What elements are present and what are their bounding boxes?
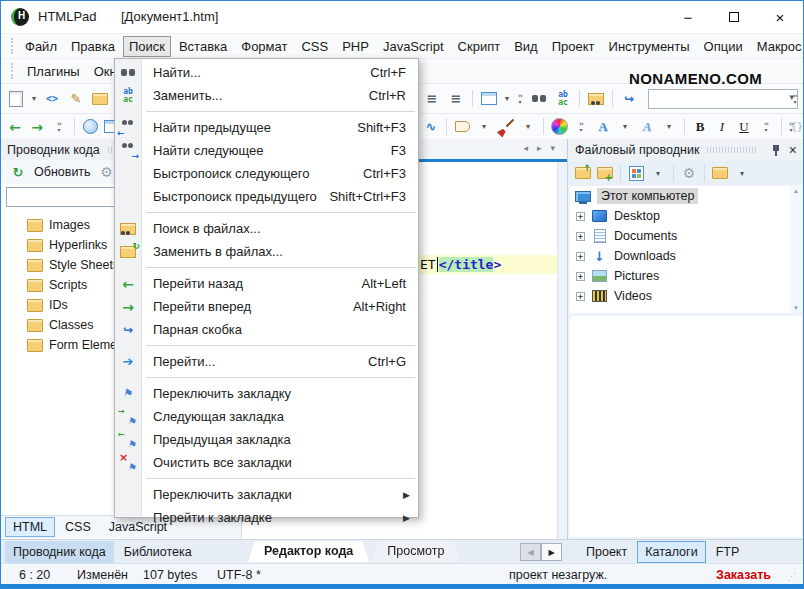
menu-item-18[interactable]: Следующая закладка <box>115 405 418 428</box>
indent-icon[interactable] <box>445 88 467 110</box>
tab-scroll-right-icon[interactable]: ▸ <box>537 143 542 153</box>
caret-icon[interactable] <box>732 163 752 183</box>
maximize-button[interactable] <box>711 1 757 33</box>
scroll-down-icon[interactable]: ▼ <box>793 305 799 311</box>
refresh-label[interactable]: Обновить <box>34 165 91 179</box>
font-a-icon[interactable] <box>593 117 613 137</box>
binoculars-icon[interactable] <box>528 88 550 110</box>
tag-icon[interactable] <box>452 117 472 137</box>
overflow-icon[interactable] <box>514 88 526 110</box>
tab-FTP[interactable]: FTP <box>708 541 748 563</box>
tab-Библиотека[interactable]: Библиотека <box>116 541 200 563</box>
caret-icon[interactable] <box>518 117 538 137</box>
tab-scroll-left-icon[interactable]: ◂ <box>523 143 528 153</box>
doc-next-button[interactable]: ▶ <box>541 543 562 561</box>
menu-item-3[interactable]: Найти предыдущееShift+F3 <box>115 116 418 139</box>
panel-close-icon[interactable]: × <box>789 142 797 158</box>
broom-icon[interactable] <box>496 117 516 137</box>
menu-item-6[interactable]: Быстропоиск предыдущегоShift+Ctrl+F3 <box>115 185 418 208</box>
menu-item-8[interactable]: Поиск в файлах... <box>115 217 418 240</box>
menu-Макрос[interactable]: Макрос <box>751 36 804 57</box>
minimize-button[interactable]: − <box>665 1 711 33</box>
order-link[interactable]: Заказать <box>716 568 771 582</box>
menu-Инструменты[interactable]: Инструменты <box>603 36 696 57</box>
doc-prev-button[interactable]: ◀ <box>520 543 541 561</box>
resize-grip[interactable]: ⋰ <box>787 571 797 582</box>
menu-Правка[interactable]: Правка <box>65 36 121 57</box>
tree-item-videos[interactable]: +Videos <box>570 286 802 306</box>
menu-item-11[interactable]: Перейти назадAlt+Left <box>115 272 418 295</box>
gear-icon[interactable] <box>679 163 699 183</box>
menu-Файл[interactable]: Файл <box>19 36 63 57</box>
close-button[interactable]: × <box>757 1 803 33</box>
folder-icon[interactable] <box>710 163 730 183</box>
menu-Плагины[interactable]: Плагины <box>21 61 86 82</box>
menu-JavaScript[interactable]: JavaScript <box>377 36 450 57</box>
bold-icon[interactable] <box>690 117 710 137</box>
go-forward-icon[interactable] <box>27 117 47 137</box>
tab-list-icon[interactable]: ▾ <box>550 143 555 153</box>
menu-Вид[interactable]: Вид <box>508 36 544 57</box>
overflow-icon[interactable] <box>571 117 591 137</box>
menu-item-23[interactable]: Перейти к закладке▶ <box>115 506 418 529</box>
frames-icon[interactable] <box>478 88 500 110</box>
font-a2-icon[interactable] <box>637 117 657 137</box>
folder-plus-icon[interactable] <box>595 163 615 183</box>
menu-Проект[interactable]: Проект <box>546 36 601 57</box>
tree-item-desktop[interactable]: +Desktop <box>570 206 802 226</box>
toolbar-overflow-icon[interactable] <box>781 117 801 137</box>
menu-item-20[interactable]: Очистить все закладки <box>115 451 418 474</box>
editor-scrollbar[interactable] <box>557 162 567 539</box>
view-grid-icon[interactable] <box>626 163 646 183</box>
tab-Проект[interactable]: Проект <box>578 541 635 563</box>
expander-icon[interactable]: + <box>576 232 585 241</box>
tree-item-downloads[interactable]: +Downloads <box>570 246 802 266</box>
file-list-container[interactable] <box>570 316 802 537</box>
menu-Вставка[interactable]: Вставка <box>173 36 233 57</box>
menu-item-9[interactable]: Заменить в файлах... <box>115 240 418 263</box>
menu-item-1[interactable]: Заменить...Ctrl+R <box>115 84 418 107</box>
outdent-icon[interactable] <box>421 88 443 110</box>
new-page-icon[interactable] <box>5 88 27 110</box>
menu-item-13[interactable]: Парная скобка <box>115 318 418 341</box>
overflow-icon[interactable] <box>49 117 69 137</box>
refresh-icon[interactable] <box>7 161 29 183</box>
expander-icon[interactable]: + <box>576 212 585 221</box>
script-icon[interactable] <box>421 117 441 137</box>
expander-icon[interactable]: + <box>576 252 585 261</box>
caret-icon[interactable] <box>29 88 39 110</box>
menu-Скрипт[interactable]: Скрипт <box>452 36 507 57</box>
folder-up-icon[interactable] <box>573 163 593 183</box>
caret-icon[interactable] <box>648 163 668 183</box>
menu-item-19[interactable]: Предыдущая закладка <box>115 428 418 451</box>
edit-pencil-icon[interactable] <box>65 88 87 110</box>
menu-item-12[interactable]: Перейти впередAlt+Right <box>115 295 418 318</box>
menu-item-5[interactable]: Быстропоиск следующегоCtrl+F3 <box>115 162 418 185</box>
file-tree-scrollbar[interactable]: ▲ ▼ <box>790 186 802 313</box>
menu-item-0[interactable]: Найти...Ctrl+F <box>115 61 418 84</box>
menu-item-4[interactable]: Найти следующееF3 <box>115 139 418 162</box>
go-back-icon[interactable] <box>5 117 25 137</box>
toolbar-overflow-icon[interactable] <box>789 88 801 110</box>
tree-item-documents[interactable]: +Documents <box>570 226 802 246</box>
tree-item-computer[interactable]: Этот компьютер <box>570 186 802 206</box>
menu-item-22[interactable]: Переключить закладки▶ <box>115 483 418 506</box>
expander-icon[interactable]: + <box>576 292 585 301</box>
quick-search-combobox[interactable] <box>648 89 798 109</box>
menu-Формат[interactable]: Формат <box>235 36 293 57</box>
replace-icon[interactable] <box>552 88 574 110</box>
tab-Редактор кода[interactable]: Редактор кода <box>248 541 369 562</box>
overflow-icon[interactable] <box>756 117 776 137</box>
caret-icon[interactable] <box>615 117 635 137</box>
open-folder-icon[interactable] <box>89 88 111 110</box>
find-in-files-icon[interactable] <box>585 88 607 110</box>
menu-item-15[interactable]: Перейти...Ctrl+G <box>115 350 418 373</box>
underline-icon[interactable] <box>734 117 754 137</box>
menu-CSS[interactable]: CSS <box>295 36 334 57</box>
tab-Проводник кода[interactable]: Проводник кода <box>5 541 114 563</box>
caret-icon[interactable] <box>502 88 512 110</box>
menu-item-17[interactable]: Переключить закладку <box>115 382 418 405</box>
tab-Просмотр[interactable]: Просмотр <box>371 541 460 562</box>
tree-item-pictures[interactable]: +Pictures <box>570 266 802 286</box>
globe-icon[interactable] <box>80 117 100 137</box>
